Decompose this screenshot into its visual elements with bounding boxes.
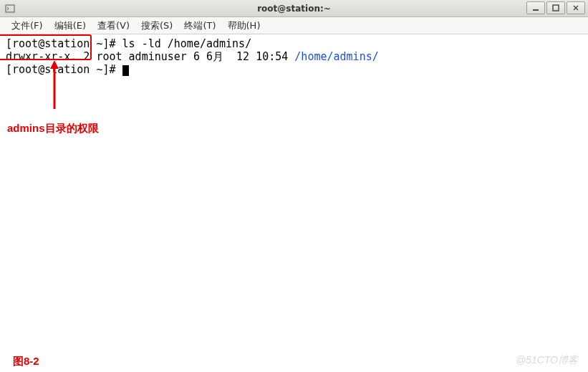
figure-label: 图8-2 (13, 355, 39, 368)
command-text: ls -ld /home/admins/ (122, 37, 252, 50)
window-title: root@station:~ (257, 4, 331, 14)
svg-rect-2 (553, 5, 559, 11)
terminal-line-3: [root@station ~]# (6, 63, 582, 76)
menu-terminal[interactable]: 终端(T) (178, 18, 221, 34)
prompt: [root@station ~]# (6, 63, 122, 76)
prompt: [root@station ~]# (6, 37, 122, 50)
watermark: @51CTO博客 (516, 353, 578, 366)
svg-rect-0 (6, 5, 14, 12)
terminal-area[interactable]: [root@station ~]# ls -ld /home/admins/ d… (0, 34, 588, 372)
directory-path: /home/admins/ (294, 50, 378, 63)
annotation-permissions: admins目录的权限 (7, 122, 99, 135)
minimize-button[interactable] (526, 1, 545, 14)
maximize-button[interactable] (546, 1, 565, 14)
terminal-icon (4, 3, 16, 14)
window-titlebar: root@station:~ (0, 0, 588, 17)
menubar: 文件(F) 编辑(E) 查看(V) 搜索(S) 终端(T) 帮助(H) (0, 17, 588, 34)
terminal-line-1: [root@station ~]# ls -ld /home/admins/ (6, 37, 582, 50)
window-controls (526, 0, 588, 16)
menu-help[interactable]: 帮助(H) (222, 18, 266, 34)
terminal-line-2: drwxr-xr-x. 2 root adminuser 6 6月 12 10:… (6, 50, 582, 63)
file-details: 2 root adminuser 6 6月 12 10:54 (77, 50, 294, 63)
menu-view[interactable]: 查看(V) (92, 18, 135, 34)
menu-search[interactable]: 搜索(S) (135, 18, 178, 34)
menu-file[interactable]: 文件(F) (6, 18, 49, 34)
permissions-text: drwxr-xr-x. (6, 50, 77, 63)
menu-edit[interactable]: 编辑(E) (49, 18, 92, 34)
close-button[interactable] (567, 1, 585, 14)
cursor (122, 65, 129, 76)
